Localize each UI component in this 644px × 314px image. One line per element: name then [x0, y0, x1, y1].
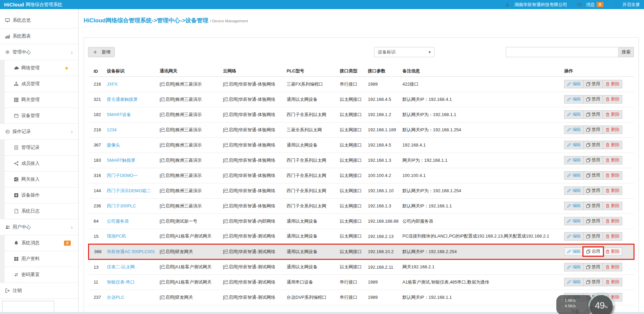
pencil-icon [567, 143, 571, 147]
disable-button[interactable]: 禁用 [583, 126, 603, 134]
cell-param: 192.168.1.189 [367, 122, 401, 137]
delete-button[interactable]: 删除 [603, 126, 622, 134]
brand-name: HiCloud [4, 2, 24, 7]
cell-remark: 默认网关IP：192.168.4.1 [401, 92, 563, 107]
disable-button[interactable]: 禁用 [583, 141, 603, 149]
delete-button[interactable]: 删除 [603, 247, 622, 256]
add-device-button[interactable]: 新增 [88, 47, 115, 57]
search-button[interactable]: 搜索 [619, 47, 634, 57]
edit-button[interactable]: 编辑 [564, 171, 584, 180]
disable-button[interactable]: 禁用 [583, 80, 603, 88]
delete-button[interactable]: 删除 [603, 217, 622, 225]
action-label: 删除 [611, 173, 620, 178]
sidebar-item[interactable]: 网络管理★ [0, 60, 78, 76]
delete-button[interactable]: 删除 [603, 95, 622, 104]
disable-button[interactable]: 禁用 [583, 278, 603, 286]
action-label: 禁用 [592, 173, 600, 178]
device-link[interactable]: 华辰智通AC 500PLC001 [107, 249, 155, 254]
disable-button[interactable]: 禁用 [583, 95, 603, 104]
sidebar-item[interactable]: 系统总览 [0, 13, 78, 28]
selected-filter-value: 设备标识 [378, 49, 395, 55]
cell-plc: 通用以太网设备 [285, 92, 339, 107]
sidebar-item[interactable]: 密码重置 [0, 267, 78, 283]
delete-button[interactable]: 删除 [603, 171, 622, 180]
device-link[interactable]: 摄像头 [107, 142, 120, 148]
sidebar-item[interactable]: 网关接入 [0, 172, 78, 187]
disable-button[interactable]: 禁用 [583, 202, 603, 210]
sidebar-item[interactable]: 注销 [0, 283, 78, 299]
sidebar-item[interactable]: 系统日志 [0, 203, 78, 219]
device-link[interactable]: 西门子300PLC [107, 203, 136, 208]
device-link[interactable]: SMART触摸屏 [107, 158, 135, 163]
disable-button[interactable]: 禁用 [583, 171, 603, 180]
edit-button[interactable]: 编辑 [564, 80, 584, 88]
sidebar-item[interactable]: 设备操作 [0, 187, 78, 203]
device-link[interactable]: 昆仑通泰触摸屏 [107, 97, 138, 102]
sidebar-item[interactable]: 成员管理 [0, 76, 78, 92]
delete-button[interactable]: 删除 [603, 110, 622, 119]
disable-button[interactable]: 禁用 [583, 232, 603, 241]
edit-button[interactable]: 编辑 [564, 247, 584, 256]
edit-button[interactable]: 编辑 [564, 110, 584, 119]
action-label: 编辑 [573, 264, 581, 270]
delete-button[interactable]: 删除 [603, 156, 622, 164]
device-link[interactable]: 1234 [107, 127, 117, 132]
disable-button[interactable]: 禁用 [583, 217, 603, 225]
delete-button[interactable]: 删除 [603, 141, 622, 149]
edit-button[interactable]: 编辑 [564, 126, 584, 134]
edit-button[interactable]: 编辑 [564, 156, 584, 164]
edit-button[interactable]: 编辑 [564, 217, 584, 225]
edit-button[interactable]: 编辑 [564, 202, 584, 210]
messages-menu[interactable]: 消息 0 [577, 2, 603, 8]
sidebar-item[interactable]: 网关管理 [0, 92, 78, 108]
disable-button[interactable]: 禁用 [583, 110, 603, 119]
device-link[interactable]: 台达PLC [107, 295, 124, 300]
chevron-right-icon: › [71, 49, 73, 55]
edit-button[interactable]: 编辑 [564, 186, 584, 195]
sidebar-item[interactable]: 成员接入 [0, 156, 78, 172]
device-link[interactable]: SMART设备 [107, 112, 131, 117]
delete-button[interactable]: 删除 [603, 263, 622, 271]
search-field-select[interactable]: 设备标识 ▾ [374, 47, 434, 57]
sidebar-item[interactable]: 设备管理 [0, 108, 78, 124]
sidebar-item[interactable]: 系统图表 [0, 28, 78, 44]
cell-remark: 默认网关IP为：192.168.1.254 [401, 183, 563, 198]
breadcrumb: HiCloud网络综合管理系统->管理中心->设备管理 / Device Man… [84, 17, 644, 24]
sidebar-item[interactable]: 系统消息0 [0, 235, 78, 251]
cell-device-name: 华辰智通AC 500PLC001 [106, 244, 158, 259]
cell-id: 144 [89, 183, 106, 198]
search-input[interactable] [506, 47, 619, 57]
sidebar-item[interactable]: 操作记录› [0, 124, 78, 140]
sidebar-item[interactable]: 管理记录 [0, 140, 78, 156]
delete-button[interactable]: 删除 [603, 202, 622, 210]
delete-button[interactable]: 删除 [603, 80, 622, 88]
fullscreen-toggle[interactable]: 开启全屏 [613, 2, 640, 8]
delete-button[interactable]: 删除 [603, 232, 622, 241]
device-link[interactable]: 西门子DEMO一 [107, 173, 138, 178]
cell-actions: 编辑禁用删除 [563, 214, 634, 229]
company-account[interactable]: 湖南华辰智通科技有限公司 [505, 2, 567, 8]
device-link[interactable]: JXFX [107, 82, 118, 87]
device-link[interactable]: 现场PC机 [107, 233, 126, 239]
edit-button[interactable]: 编辑 [564, 278, 584, 286]
delete-button[interactable]: 删除 [603, 186, 622, 195]
sidebar-item[interactable]: 用户中心› [0, 219, 78, 235]
device-link[interactable]: 公司服务器 [107, 219, 129, 224]
device-link[interactable]: 智能仪表-串口 [107, 279, 135, 285]
sidebar-item[interactable]: 用户资料 [0, 251, 78, 267]
edit-button[interactable]: 编辑 [564, 95, 584, 104]
action-label: 禁用 [592, 127, 600, 133]
enable-button[interactable]: 启用 [583, 247, 603, 256]
device-link[interactable]: 仪表二-以太网 [107, 264, 135, 269]
disable-button[interactable]: 禁用 [583, 263, 603, 271]
sidebar-item[interactable]: 管理中心› [0, 44, 78, 60]
disable-button[interactable]: 禁用 [583, 156, 603, 164]
edit-button[interactable]: 编辑 [564, 232, 584, 241]
table-row: 237台达PLC[已启用]研发网关[已启用]华辰智通-测试网络台达DVP系列编程… [89, 290, 634, 305]
disable-button[interactable]: 禁用 [583, 186, 603, 195]
edit-button[interactable]: 编辑 [564, 141, 584, 149]
cell-id: 368 [89, 244, 106, 259]
delete-button[interactable]: 删除 [603, 278, 622, 286]
device-link[interactable]: 西门子演示DEMO箱二 [107, 188, 151, 193]
edit-button[interactable]: 编辑 [564, 263, 584, 271]
